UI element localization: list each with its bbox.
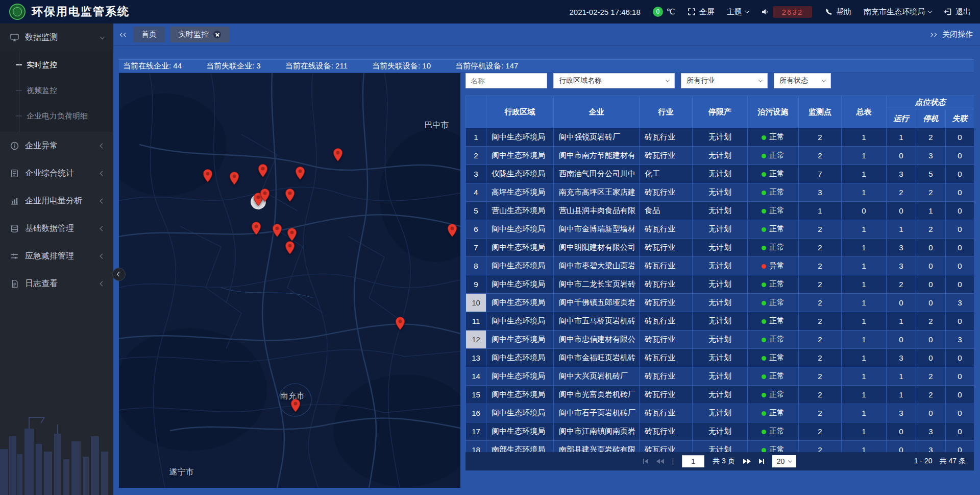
table-row[interactable]: 8阆中生态环境局阆中市枣碧大梁山页岩砖瓦行业无计划异常21300 — [466, 257, 974, 275]
table-row[interactable]: 12阆中生态环境局阆中市忠信建材有限公砖瓦行业无计划正常21003 — [466, 331, 974, 349]
cell-region: 阆中生态环境局 — [486, 367, 554, 386]
cell-limit-production: 无计划 — [693, 147, 748, 165]
table-row[interactable]: 11阆中生态环境局阆中市五马桥页岩机砖砖瓦行业无计划正常21120 — [466, 312, 974, 331]
header-facility[interactable]: 治污设施 — [748, 96, 799, 128]
tab-close-icon[interactable] — [213, 31, 221, 38]
sidebar-collapse-toggle[interactable] — [112, 268, 126, 281]
table-row[interactable]: 3仪陇生态环境局西南油气田分公司川中化工无计划正常71350 — [466, 165, 974, 183]
table-row[interactable]: 9阆中生态环境局阆中市二龙长宝页岩砖砖瓦行业无计划正常21200 — [466, 275, 974, 294]
next-page-button[interactable] — [743, 459, 751, 464]
header-run[interactable]: 运行 — [887, 109, 916, 128]
cell-company: 阆中市二龙长宝页岩砖 — [554, 275, 640, 294]
table-row[interactable]: 14阆中生态环境局阆中大兴页岩机砖厂砖瓦行业无计划正常21120 — [466, 367, 974, 386]
row-index: 9 — [466, 275, 486, 294]
logout-button[interactable]: 退出 — [944, 7, 971, 17]
sidebar-section-company-statistics[interactable]: 企业综合统计 — [0, 159, 113, 187]
table-row[interactable]: 7阆中生态环境局阆中明阳建材有限公司砖瓦行业无计划正常21300 — [466, 239, 974, 257]
table-row[interactable]: 18南部生态环境局南部县建兴页岩砖有限砖瓦行业无计划正常21030 — [466, 441, 974, 453]
page-size-select[interactable]: 20 — [772, 455, 797, 467]
tab-实时监控[interactable]: 实时监控 — [170, 27, 229, 42]
status-filter-select[interactable]: 所有状态 — [774, 73, 831, 88]
map-pin[interactable] — [285, 188, 295, 202]
cell-total-meters: 1 — [842, 239, 887, 257]
sidebar-section-log-view[interactable]: 日志查看 — [0, 270, 113, 297]
table-row[interactable]: 2阆中生态环境局阆中市南方节能建材有砖瓦行业无计划正常21030 — [466, 147, 974, 165]
map-pin[interactable] — [272, 223, 282, 238]
cell-total-meters: 1 — [842, 404, 887, 422]
table-row[interactable]: 16阆中生态环境局阆中市石子页岩机砖厂砖瓦行业无计划正常21300 — [466, 404, 974, 422]
cell-run-count: 1 — [887, 128, 916, 147]
sidebar-item-power-load-detail[interactable]: 企业电力负荷明细 — [0, 103, 113, 129]
map-pin[interactable] — [203, 169, 213, 183]
table-row[interactable]: 5营山生态环境局营山县润丰肉食品有限食品无计划正常10010 — [466, 202, 974, 220]
region-filter-select[interactable]: 行政区域名称 — [553, 73, 675, 88]
first-page-button[interactable] — [643, 459, 648, 464]
table-row[interactable]: 15阆中生态环境局阆中市光富页岩机砖厂砖瓦行业无计划正常21120 — [466, 386, 974, 404]
sidebar-section-emergency-reduction[interactable]: 应急减排管理 — [0, 242, 113, 270]
status-dot — [762, 209, 766, 214]
prev-page-button[interactable] — [656, 459, 664, 464]
table-row[interactable]: 6阆中生态环境局阆中市金博瑞新型墙材砖瓦行业无计划正常21120 — [466, 220, 974, 239]
table-row[interactable]: 17阆中生态环境局阆中市江南镇阆南页岩砖瓦行业无计划正常21030 — [466, 422, 974, 441]
header-stop[interactable]: 停机 — [916, 109, 946, 128]
cell-total-meters: 1 — [842, 349, 887, 367]
announcement-ticker[interactable]: 2632 — [761, 6, 812, 18]
header-limit-production[interactable]: 停限产 — [693, 96, 748, 128]
sidebar-item-realtime-monitor[interactable]: 实时监控 — [0, 52, 113, 78]
map-pin[interactable] — [229, 171, 239, 185]
table-row[interactable]: 10阆中生态环境局阆中千佛镇五郎垭页岩砖瓦行业无计划正常21003 — [466, 294, 974, 312]
sidebar-section-power-usage-analysis[interactable]: 企业用电量分析 — [0, 187, 113, 215]
org-menu[interactable]: 南充市生态环境局 — [864, 7, 932, 17]
tab-首页[interactable]: 首页 — [133, 27, 165, 42]
map-panel[interactable]: 巴中市南充市遂宁市 — [119, 73, 460, 488]
header-region[interactable]: 行政区域 — [486, 96, 554, 128]
name-filter-input[interactable] — [465, 73, 547, 88]
cell-run-count: 3 — [887, 239, 916, 257]
sidebar-section-data-monitoring[interactable]: 数据监测 — [0, 23, 113, 51]
cell-industry: 砖瓦行业 — [640, 386, 693, 404]
cell-region: 高坪生态环境局 — [486, 183, 554, 202]
cell-region: 阆中生态环境局 — [486, 275, 554, 294]
chevron-down-icon — [822, 78, 826, 82]
map-pin[interactable] — [447, 223, 457, 238]
cell-company: 阆中明阳建材有限公司 — [554, 239, 640, 257]
cell-stop-count: 0 — [916, 275, 946, 294]
map-pin[interactable] — [295, 166, 305, 180]
map-pin[interactable] — [285, 241, 295, 255]
cell-monitor-points: 2 — [799, 367, 842, 386]
sidebar-nav: 数据监测实时监控视频监控企业电力负荷明细企业异常企业综合统计企业用电量分析基础数… — [0, 23, 113, 297]
map-pin[interactable] — [258, 163, 268, 178]
pager-separator: | — [672, 457, 674, 465]
map-pin[interactable] — [287, 227, 297, 242]
cell-industry: 砖瓦行业 — [640, 147, 693, 165]
header-monitor-points[interactable]: 监测点 — [799, 96, 842, 128]
fullscreen-button[interactable]: 全屏 — [688, 7, 715, 17]
map-pin[interactable] — [333, 148, 343, 162]
industry-filter-select[interactable]: 所有行业 — [681, 73, 768, 88]
header-lost[interactable]: 失联 — [946, 109, 974, 128]
table-row[interactable]: 13阆中生态环境局阆中市金福旺页岩机砖砖瓦行业无计划正常21300 — [466, 349, 974, 367]
map-pin[interactable] — [260, 188, 270, 202]
map-pin[interactable] — [251, 221, 261, 235]
tabs-scroll-right-icon[interactable] — [929, 33, 936, 36]
sidebar-section-company-abnormal[interactable]: 企业异常 — [0, 132, 113, 159]
header-industry[interactable]: 行业 — [640, 96, 693, 128]
table-row[interactable]: 4高坪生态环境局南充市高坪区王家店建砖瓦行业无计划正常31220 — [466, 183, 974, 202]
sidebar-section-base-data-management[interactable]: 基础数据管理 — [0, 215, 113, 242]
help-button[interactable]: 帮助 — [824, 7, 851, 17]
theme-menu[interactable]: 主题 — [727, 7, 749, 17]
table-row[interactable]: 1阆中生态环境局阆中强锐页岩砖厂砖瓦行业无计划正常21120 — [466, 128, 974, 147]
map-pin[interactable] — [395, 316, 405, 331]
map-roads-layer — [119, 73, 460, 488]
page-number-input[interactable] — [682, 455, 704, 467]
close-operations-button[interactable]: 关闭操作 — [942, 30, 973, 39]
header-company[interactable]: 企业 — [554, 96, 640, 128]
sidebar-item-video-monitor[interactable]: 视频监控 — [0, 78, 113, 103]
tabs-scroll-left-icon[interactable] — [120, 33, 127, 36]
cell-facility-status: 正常 — [748, 367, 799, 386]
cell-facility-status: 正常 — [748, 386, 799, 404]
cell-monitor-points: 2 — [799, 312, 842, 331]
header-total-meters[interactable]: 总表 — [842, 96, 887, 128]
last-page-button[interactable] — [759, 459, 764, 464]
map-pin[interactable] — [290, 398, 301, 413]
